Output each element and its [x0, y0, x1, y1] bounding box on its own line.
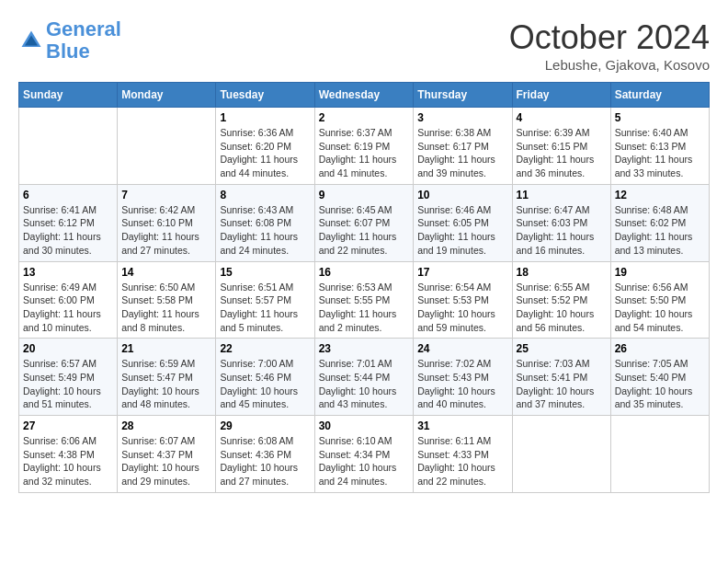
- calendar-cell: 2Sunrise: 6:37 AM Sunset: 6:19 PM Daylig…: [314, 108, 414, 185]
- day-number: 11: [517, 189, 607, 201]
- day-detail: Sunrise: 6:56 AM Sunset: 5:50 PM Dayligh…: [615, 281, 705, 335]
- title-block: October 2024 Lebushe, Gjakova, Kosovo: [509, 18, 710, 73]
- calendar-cell: 12Sunrise: 6:48 AM Sunset: 6:02 PM Dayli…: [610, 184, 709, 261]
- calendar-cell: 22Sunrise: 7:00 AM Sunset: 5:46 PM Dayli…: [216, 339, 314, 416]
- calendar-week-row: 6Sunrise: 6:41 AM Sunset: 6:12 PM Daylig…: [19, 184, 710, 261]
- day-detail: Sunrise: 6:46 AM Sunset: 6:05 PM Dayligh…: [417, 203, 507, 258]
- day-detail: Sunrise: 6:48 AM Sunset: 6:02 PM Dayligh…: [615, 203, 705, 258]
- day-number: 7: [121, 189, 211, 201]
- calendar-cell: 27Sunrise: 6:06 AM Sunset: 4:38 PM Dayli…: [19, 416, 118, 493]
- logo-icon: [18, 28, 44, 53]
- day-detail: Sunrise: 6:37 AM Sunset: 6:19 PM Dayligh…: [319, 126, 410, 180]
- day-number: 6: [23, 189, 113, 201]
- day-number: 31: [417, 419, 507, 432]
- calendar-cell: 24Sunrise: 7:02 AM Sunset: 5:43 PM Dayli…: [414, 339, 512, 416]
- logo-line1: General: [46, 17, 121, 40]
- calendar-cell: 26Sunrise: 7:05 AM Sunset: 5:40 PM Dayli…: [610, 339, 709, 416]
- weekday-header: Monday: [118, 83, 216, 108]
- calendar-cell: 25Sunrise: 7:03 AM Sunset: 5:41 PM Dayli…: [512, 339, 610, 416]
- day-number: 28: [121, 419, 211, 432]
- day-number: 13: [23, 266, 113, 279]
- day-detail: Sunrise: 6:40 AM Sunset: 6:13 PM Dayligh…: [615, 126, 705, 180]
- calendar-cell: 1Sunrise: 6:36 AM Sunset: 6:20 PM Daylig…: [216, 108, 314, 185]
- day-number: 20: [23, 342, 113, 355]
- day-number: 17: [417, 266, 507, 279]
- calendar-cell: [512, 416, 610, 493]
- calendar-cell: 11Sunrise: 6:47 AM Sunset: 6:03 PM Dayli…: [512, 184, 610, 261]
- calendar-cell: 8Sunrise: 6:43 AM Sunset: 6:08 PM Daylig…: [216, 184, 314, 261]
- day-number: 18: [517, 266, 607, 279]
- day-number: 29: [220, 419, 310, 432]
- calendar-cell: 23Sunrise: 7:01 AM Sunset: 5:44 PM Dayli…: [314, 339, 414, 416]
- month-title: October 2024: [509, 18, 710, 57]
- day-detail: Sunrise: 6:57 AM Sunset: 5:49 PM Dayligh…: [23, 357, 113, 411]
- day-number: 21: [121, 342, 211, 355]
- calendar-cell: [19, 108, 118, 185]
- calendar-cell: 20Sunrise: 6:57 AM Sunset: 5:49 PM Dayli…: [19, 339, 118, 416]
- calendar-cell: 17Sunrise: 6:54 AM Sunset: 5:53 PM Dayli…: [414, 261, 512, 339]
- logo-line2: Blue: [46, 40, 90, 63]
- calendar-header-row: SundayMondayTuesdayWednesdayThursdayFrid…: [19, 83, 710, 108]
- weekday-header: Sunday: [19, 83, 118, 108]
- day-number: 23: [319, 342, 410, 355]
- day-number: 24: [417, 342, 507, 355]
- weekday-header: Saturday: [610, 83, 709, 108]
- day-number: 25: [517, 342, 607, 355]
- day-detail: Sunrise: 6:55 AM Sunset: 5:52 PM Dayligh…: [517, 281, 607, 335]
- day-number: 12: [615, 189, 705, 201]
- day-number: 8: [220, 189, 310, 201]
- day-detail: Sunrise: 6:59 AM Sunset: 5:47 PM Dayligh…: [121, 357, 211, 411]
- calendar-cell: 30Sunrise: 6:10 AM Sunset: 4:34 PM Dayli…: [314, 416, 414, 493]
- calendar-cell: 29Sunrise: 6:08 AM Sunset: 4:36 PM Dayli…: [216, 416, 314, 493]
- day-detail: Sunrise: 7:00 AM Sunset: 5:46 PM Dayligh…: [220, 357, 310, 411]
- calendar-cell: 21Sunrise: 6:59 AM Sunset: 5:47 PM Dayli…: [118, 339, 216, 416]
- day-number: 30: [319, 419, 410, 432]
- calendar-cell: [118, 108, 216, 185]
- calendar-table: SundayMondayTuesdayWednesdayThursdayFrid…: [18, 82, 710, 493]
- day-number: 19: [615, 266, 705, 279]
- day-number: 9: [319, 189, 410, 201]
- calendar-cell: 6Sunrise: 6:41 AM Sunset: 6:12 PM Daylig…: [19, 184, 118, 261]
- weekday-header: Thursday: [414, 83, 512, 108]
- day-detail: Sunrise: 7:02 AM Sunset: 5:43 PM Dayligh…: [417, 357, 507, 411]
- day-detail: Sunrise: 6:06 AM Sunset: 4:38 PM Dayligh…: [23, 434, 113, 488]
- calendar-week-row: 1Sunrise: 6:36 AM Sunset: 6:20 PM Daylig…: [19, 108, 710, 185]
- calendar-cell: 15Sunrise: 6:51 AM Sunset: 5:57 PM Dayli…: [216, 261, 314, 339]
- calendar-week-row: 20Sunrise: 6:57 AM Sunset: 5:49 PM Dayli…: [19, 339, 710, 416]
- day-detail: Sunrise: 6:49 AM Sunset: 6:00 PM Dayligh…: [23, 281, 113, 335]
- day-number: 10: [417, 189, 507, 201]
- calendar-week-row: 13Sunrise: 6:49 AM Sunset: 6:00 PM Dayli…: [19, 261, 710, 339]
- calendar-cell: [610, 416, 709, 493]
- calendar-cell: 10Sunrise: 6:46 AM Sunset: 6:05 PM Dayli…: [414, 184, 512, 261]
- calendar-cell: 7Sunrise: 6:42 AM Sunset: 6:10 PM Daylig…: [118, 184, 216, 261]
- day-detail: Sunrise: 7:05 AM Sunset: 5:40 PM Dayligh…: [615, 357, 705, 411]
- day-detail: Sunrise: 6:41 AM Sunset: 6:12 PM Dayligh…: [23, 203, 113, 258]
- day-detail: Sunrise: 6:10 AM Sunset: 4:34 PM Dayligh…: [319, 434, 410, 488]
- logo-text: General Blue: [46, 18, 121, 63]
- day-detail: Sunrise: 6:51 AM Sunset: 5:57 PM Dayligh…: [220, 281, 310, 335]
- day-number: 26: [615, 342, 705, 355]
- day-number: 2: [319, 111, 410, 124]
- page-header: General Blue October 2024 Lebushe, Gjako…: [18, 18, 710, 73]
- day-detail: Sunrise: 6:53 AM Sunset: 5:55 PM Dayligh…: [319, 281, 410, 335]
- day-number: 4: [517, 111, 607, 124]
- day-detail: Sunrise: 6:50 AM Sunset: 5:58 PM Dayligh…: [121, 281, 211, 335]
- day-detail: Sunrise: 6:43 AM Sunset: 6:08 PM Dayligh…: [220, 203, 310, 258]
- calendar-cell: 9Sunrise: 6:45 AM Sunset: 6:07 PM Daylig…: [314, 184, 414, 261]
- day-detail: Sunrise: 6:42 AM Sunset: 6:10 PM Dayligh…: [121, 203, 211, 258]
- day-detail: Sunrise: 6:54 AM Sunset: 5:53 PM Dayligh…: [417, 281, 507, 335]
- day-number: 3: [417, 111, 507, 124]
- day-detail: Sunrise: 6:45 AM Sunset: 6:07 PM Dayligh…: [319, 203, 410, 258]
- day-detail: Sunrise: 6:47 AM Sunset: 6:03 PM Dayligh…: [517, 203, 607, 258]
- day-detail: Sunrise: 7:03 AM Sunset: 5:41 PM Dayligh…: [517, 357, 607, 411]
- day-detail: Sunrise: 6:39 AM Sunset: 6:15 PM Dayligh…: [517, 126, 607, 180]
- day-detail: Sunrise: 6:11 AM Sunset: 4:33 PM Dayligh…: [417, 434, 507, 488]
- day-detail: Sunrise: 6:07 AM Sunset: 4:37 PM Dayligh…: [121, 434, 211, 488]
- day-number: 27: [23, 419, 113, 432]
- calendar-cell: 18Sunrise: 6:55 AM Sunset: 5:52 PM Dayli…: [512, 261, 610, 339]
- calendar-cell: 28Sunrise: 6:07 AM Sunset: 4:37 PM Dayli…: [118, 416, 216, 493]
- day-number: 14: [121, 266, 211, 279]
- logo: General Blue: [18, 18, 121, 63]
- day-number: 5: [615, 111, 705, 124]
- calendar-cell: 5Sunrise: 6:40 AM Sunset: 6:13 PM Daylig…: [610, 108, 709, 185]
